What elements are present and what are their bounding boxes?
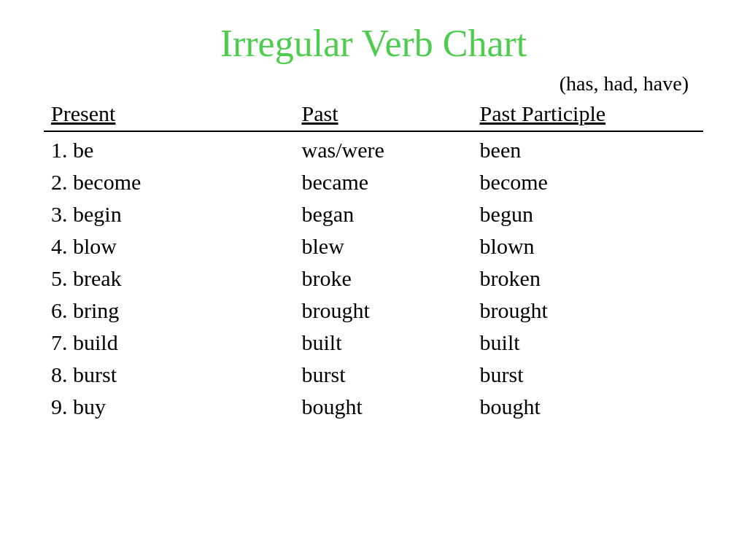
cell-past: began xyxy=(295,198,473,230)
cell-past: became xyxy=(295,166,473,198)
page: Irregular Verb Chart (has, had, have) Pr… xyxy=(0,0,747,560)
cell-present: 4. blow xyxy=(44,230,295,262)
cell-past-participle: blown xyxy=(473,230,703,262)
table-row: 6. bringbroughtbrought xyxy=(44,295,703,327)
cell-past: was/were xyxy=(295,131,473,166)
header-past-participle: Past Participle xyxy=(473,98,703,131)
page-title: Irregular Verb Chart xyxy=(44,22,703,65)
table-row: 4. blowblewblown xyxy=(44,230,703,262)
cell-past-participle: built xyxy=(473,327,703,359)
cell-past: brought xyxy=(295,295,473,327)
table-row: 9. buyboughtbought xyxy=(44,391,703,423)
cell-present: 5. break xyxy=(44,262,295,295)
table-row: 1. bewas/werebeen xyxy=(44,131,703,166)
cell-past-participle: broken xyxy=(473,262,703,295)
table-row: 8. burstburstburst xyxy=(44,359,703,391)
cell-past-participle: begun xyxy=(473,198,703,230)
cell-present: 3. begin xyxy=(44,198,295,230)
cell-present: 8. burst xyxy=(44,359,295,391)
cell-past-participle: burst xyxy=(473,359,703,391)
cell-past: bought xyxy=(295,391,473,423)
cell-past-participle: become xyxy=(473,166,703,198)
cell-past-participle: brought xyxy=(473,295,703,327)
verb-chart-table: Present Past Past Participle 1. bewas/we… xyxy=(44,98,703,423)
table-header-row: Present Past Past Participle xyxy=(44,98,703,131)
cell-past: blew xyxy=(295,230,473,262)
table-row: 2. becomebecamebecome xyxy=(44,166,703,198)
cell-past: built xyxy=(295,327,473,359)
cell-present: 7. build xyxy=(44,327,295,359)
cell-past-participle: been xyxy=(473,131,703,166)
cell-present: 6. bring xyxy=(44,295,295,327)
subtitle: (has, had, have) xyxy=(44,72,703,96)
cell-present: 2. become xyxy=(44,166,295,198)
cell-past: burst xyxy=(295,359,473,391)
cell-present: 1. be xyxy=(44,131,295,166)
table-row: 7. buildbuiltbuilt xyxy=(44,327,703,359)
table-row: 5. breakbrokebroken xyxy=(44,262,703,295)
table-row: 3. beginbeganbegun xyxy=(44,198,703,230)
header-past: Past xyxy=(295,98,473,131)
header-present: Present xyxy=(44,98,295,131)
cell-past: broke xyxy=(295,262,473,295)
cell-past-participle: bought xyxy=(473,391,703,423)
cell-present: 9. buy xyxy=(44,391,295,423)
